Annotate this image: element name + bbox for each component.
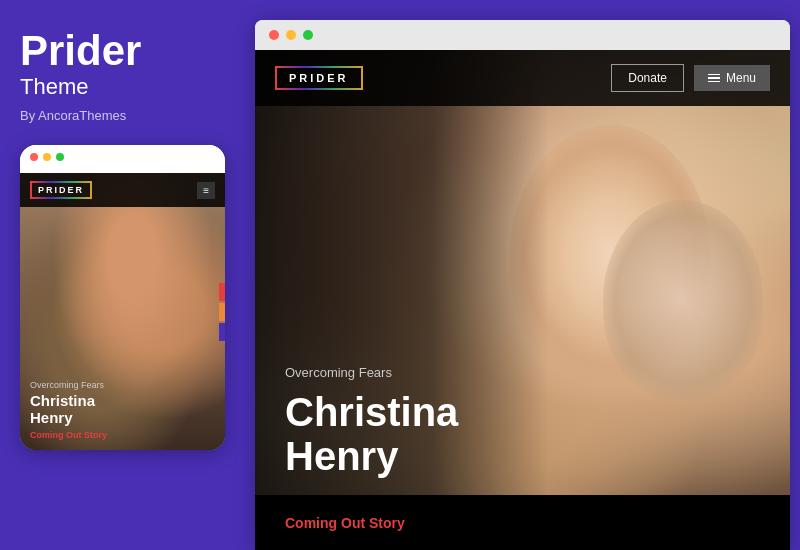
face-highlight-secondary: [603, 200, 763, 400]
mobile-nav: PRIDER ≡: [20, 173, 225, 207]
browser-titlebar: [255, 20, 790, 50]
hamburger-icon: [708, 74, 720, 83]
browser-dot-yellow: [286, 30, 296, 40]
browser-panel: PRIDER Donate Menu Overcoming Fears Chri…: [255, 20, 790, 550]
mobile-menu-button[interactable]: ≡: [197, 182, 215, 199]
left-panel: Prider Theme By AncoraThemes PRIDER ≡: [0, 0, 245, 550]
mobile-side-bars: [219, 283, 225, 341]
mobile-dot-red: [30, 153, 38, 161]
mobile-hero: Overcoming Fears Christina Henry Coming …: [20, 173, 225, 450]
mobile-titlebar: [20, 145, 225, 169]
mobile-dot-yellow: [43, 153, 51, 161]
browser-dot-red: [269, 30, 279, 40]
donate-button[interactable]: Donate: [611, 64, 684, 92]
mobile-category: Overcoming Fears: [30, 380, 209, 390]
side-bar-purple: [219, 323, 225, 341]
brand-author: By AncoraThemes: [20, 108, 225, 123]
hero-text-block: Overcoming Fears Christina Henry: [285, 365, 458, 490]
browser-nav-right: Donate Menu: [611, 64, 770, 92]
mobile-dot-green: [56, 153, 64, 161]
mobile-mockup: PRIDER ≡ Overcoming Fears Christina Henr…: [20, 145, 225, 450]
browser-content: PRIDER Donate Menu Overcoming Fears Chri…: [255, 50, 790, 550]
mobile-logo: PRIDER: [30, 181, 92, 199]
brand-subtitle: Theme: [20, 74, 225, 100]
hero-heading: Christina Henry: [285, 390, 458, 478]
coming-out-story-link[interactable]: Coming Out Story: [285, 515, 405, 531]
browser-logo: PRIDER: [275, 66, 363, 90]
brand-name: Prider: [20, 30, 225, 72]
browser-dot-green: [303, 30, 313, 40]
mobile-coming-out-link[interactable]: Coming Out Story: [30, 430, 209, 440]
mobile-content: PRIDER ≡ Overcoming Fears Christina Henr…: [20, 173, 225, 450]
hero-category: Overcoming Fears: [285, 365, 458, 380]
mobile-text-overlay: Overcoming Fears Christina Henry Coming …: [30, 380, 209, 440]
browser-nav: PRIDER Donate Menu: [255, 50, 790, 106]
menu-button[interactable]: Menu: [694, 65, 770, 91]
bottom-bar: Coming Out Story: [255, 495, 790, 550]
menu-label: Menu: [726, 71, 756, 85]
side-bar-orange: [219, 303, 225, 321]
mobile-heading: Christina Henry: [30, 393, 209, 426]
side-bar-red: [219, 283, 225, 301]
